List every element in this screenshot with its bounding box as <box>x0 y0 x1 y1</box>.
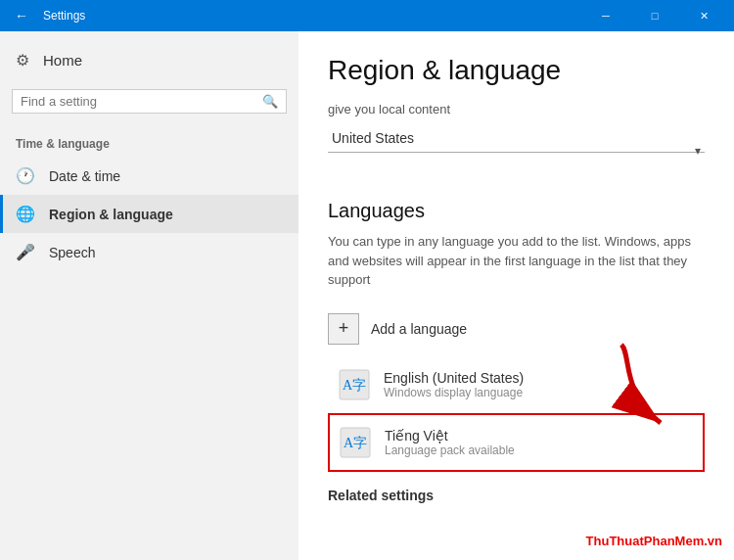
search-input[interactable] <box>21 94 256 109</box>
vietnamese-lang-name: Tiếng Việt <box>385 428 515 443</box>
sidebar-item-region-language-label: Region & language <box>49 207 173 222</box>
languages-title: Languages <box>328 200 705 222</box>
country-dropdown-wrapper: United States Vietnam <box>328 124 705 176</box>
sidebar-home-label: Home <box>43 52 82 69</box>
home-icon: ⚙ <box>16 51 29 70</box>
main-layout: ⚙ Home 🔍 Time & language 🕐 Date & time 🌐… <box>0 31 734 560</box>
english-lang-icon: A字 <box>337 367 372 402</box>
english-lang-sub: Windows display language <box>384 386 524 399</box>
search-box: 🔍 <box>12 89 287 114</box>
languages-desc: You can type in any language you add to … <box>328 232 705 290</box>
date-time-icon: 🕐 <box>16 166 35 185</box>
add-language-label: Add a language <box>371 321 467 337</box>
sidebar-item-speech-label: Speech <box>49 245 95 260</box>
language-item-english[interactable]: A字 English (United States) Windows displ… <box>328 356 705 413</box>
content-area: Region & language give you local content… <box>298 31 734 560</box>
vietnamese-lang-info: Tiếng Việt Language pack available <box>385 428 515 457</box>
vietnamese-lang-sub: Language pack available <box>385 443 515 457</box>
country-dropdown[interactable]: United States Vietnam <box>328 124 705 153</box>
maximize-button[interactable]: □ <box>632 0 677 31</box>
related-settings-title: Related settings <box>328 488 705 503</box>
svg-text:A字: A字 <box>343 378 366 393</box>
titlebar: ← Settings ─ □ ✕ <box>0 0 734 31</box>
sidebar-item-home[interactable]: ⚙ Home <box>0 39 298 81</box>
sidebar-section-label: Time & language <box>0 121 298 157</box>
vietnamese-lang-icon: A字 <box>338 425 373 460</box>
back-button[interactable]: ← <box>8 2 35 29</box>
english-lang-name: English (United States) <box>384 370 524 386</box>
search-icon[interactable]: 🔍 <box>262 94 278 109</box>
minimize-icon: ─ <box>602 10 610 22</box>
sidebar-item-speech[interactable]: 🎤 Speech <box>0 233 298 271</box>
minimize-button[interactable]: ─ <box>583 0 628 31</box>
page-title: Region & language <box>328 55 705 86</box>
english-lang-info: English (United States) Windows display … <box>384 370 524 399</box>
add-language-button[interactable]: + Add a language <box>328 305 705 352</box>
sidebar: ⚙ Home 🔍 Time & language 🕐 Date & time 🌐… <box>0 31 298 560</box>
region-language-icon: 🌐 <box>16 205 35 223</box>
back-icon: ← <box>15 8 28 23</box>
titlebar-title: Settings <box>43 9 583 23</box>
window-controls: ─ □ ✕ <box>583 0 726 31</box>
sidebar-item-date-time[interactable]: 🕐 Date & time <box>0 157 298 195</box>
maximize-icon: □ <box>652 10 659 22</box>
language-item-vietnamese[interactable]: A字 Tiếng Việt Language pack available <box>328 413 705 472</box>
sidebar-item-region-language[interactable]: 🌐 Region & language <box>0 195 298 233</box>
svg-text:A字: A字 <box>344 436 367 450</box>
watermark: ThuThuatPhanMem.vn <box>586 534 722 548</box>
close-icon: ✕ <box>700 10 709 23</box>
close-button[interactable]: ✕ <box>681 0 726 31</box>
add-language-icon: + <box>328 313 359 345</box>
country-desc: give you local content <box>328 102 705 117</box>
speech-icon: 🎤 <box>16 243 35 261</box>
sidebar-item-date-time-label: Date & time <box>49 168 120 184</box>
